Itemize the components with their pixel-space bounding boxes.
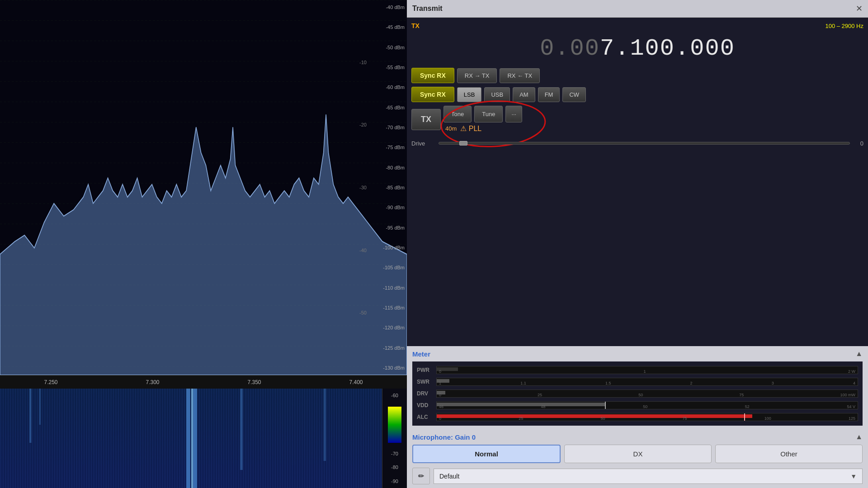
rs-label-2: -20 [359,122,382,127]
rs-label-3: -30 [359,185,382,190]
meter-title: Meter [412,350,430,358]
meter-row-drv: DRV 0 25 50 75 100 mW [417,389,858,398]
meter-row-alc: ALC 0 25 50 75 100 125 [417,413,858,421]
waterfall-svg [0,389,407,488]
mic-section: Microphone: Gain 0 ▲ Normal DX Other ✏ D… [407,429,868,488]
mic-header: Microphone: Gain 0 ▲ [412,433,863,441]
alc-scale-2: 50 [600,416,605,421]
spectrum-chart: -40 dBm -45 dBm -50 dBm -55 dBm -60 dBm … [0,0,407,375]
spectrum-svg [0,0,407,375]
drv-label: DRV [417,390,433,397]
dropdown-arrow-icon: ▼ [850,473,857,480]
mode-usb[interactable]: USB [484,87,510,102]
swr-scale-1: 1.1 [520,381,526,385]
scale-label-2: -70 [391,451,398,456]
freq-dim: 0.00 [540,35,600,62]
mode-fm[interactable]: FM [538,87,560,102]
drv-scale-2: 50 [638,393,643,397]
mic-buttons: Normal DX Other [412,445,863,463]
swr-scale-0: 1 [439,381,441,385]
vdd-scale-4: 54 V [847,404,855,409]
x-label-3: 7.350 [247,379,261,385]
swr-scale-5: 4 [853,381,855,385]
tx-button[interactable]: TX [411,109,441,130]
alc-label: ALC [417,414,433,420]
vdd-scale-1: 48 [541,404,546,409]
swr-bar: 1 1.1 1.5 2 3 4 [436,378,858,386]
drive-thumb[interactable] [459,141,467,145]
swr-scale-3: 2 [690,381,693,385]
preset-edit-button[interactable]: ✏ [412,468,430,484]
transmit-body: TX 100 – 2900 Hz 0.007.100.000 Sync RX R… [407,18,868,346]
tx-to-rx-button[interactable]: RX ← TX [500,68,540,83]
scale-label-3: -80 [391,465,398,470]
tone-button[interactable]: Tone [443,106,472,122]
mic-collapse-button[interactable]: ▲ [855,433,863,441]
band-info: 40m [445,125,457,132]
drive-slider-container[interactable] [439,139,850,148]
color-scale-bar [388,407,401,443]
rs-label-5: -50 [359,310,382,315]
mode-cw[interactable]: CW [562,87,586,102]
x-axis: 7.250 7.300 7.350 7.400 [0,375,407,389]
mode-lsb[interactable]: LSB [457,87,482,102]
meter-row-vdd: VDD 46 48 50 52 54 V [417,401,858,409]
right-side-labels: -10 -20 -30 -40 -50 [359,0,382,375]
tx-freq-range-row: TX 100 – 2900 Hz [411,22,863,29]
alc-scale-0: 0 [439,416,441,421]
meter-section: Meter ▲ PWR 0 1 2 W SWR [407,346,868,429]
drive-row: Drive 0 [411,139,863,148]
vdd-scale-0: 46 [439,404,443,409]
rs-label-4: -40 [359,248,382,253]
mode-am[interactable]: AM [513,87,535,102]
meter-row-swr: SWR 1 1.1 1.5 2 3 4 [417,378,858,386]
x-label-1: 7.250 [44,379,57,385]
alc-bar: 0 25 50 75 100 125 [436,413,858,421]
transmit-title: Transmit [412,5,443,13]
rx-to-tx-button[interactable]: RX → TX [457,68,497,83]
vdd-scale-3: 52 [745,404,750,409]
scale-label-1: -60 [391,393,398,398]
alc-scale-5: 125 [849,416,855,421]
meter-collapse-button[interactable]: ▲ [855,350,863,358]
sync-rx-button-2[interactable]: Sync RX [411,87,454,102]
mic-other-button[interactable]: Other [715,445,863,463]
pll-warning: ⚠ PLL [460,124,481,133]
meter-body: PWR 0 1 2 W SWR 1 1.1 [412,361,863,426]
drv-scale-1: 25 [538,393,542,397]
svg-rect-14 [0,389,407,488]
pwr-scale-0: 0 [439,369,441,374]
close-icon[interactable]: ✕ [856,4,863,14]
alc-scale-3: 75 [683,416,687,421]
alc-scale-1: 25 [519,416,523,421]
modes-row: Sync RX LSB USB AM FM CW [411,87,863,102]
tx-control-row: TX Tone Tune ··· 40m ⚠ PLL [411,106,863,133]
alc-scale-4: 100 [764,416,771,421]
swr-scale-2: 1.5 [605,381,611,385]
preset-dropdown[interactable]: Default ▼ [434,469,863,484]
mic-dx-button[interactable]: DX [564,445,712,463]
drv-scale-4: 100 mW [840,393,855,397]
spectrum-panel: -40 dBm -45 dBm -50 dBm -55 dBm -60 dBm … [0,0,407,488]
swr-label: SWR [417,379,433,385]
tune-button[interactable]: Tune [474,106,503,122]
sync-rx-button[interactable]: Sync RX [411,68,454,83]
scale-label-4: -90 [391,479,398,484]
pwr-scale-1: 1 [643,369,646,374]
mic-normal-button[interactable]: Normal [412,445,561,463]
vdd-label: VDD [417,402,433,408]
tx-label: TX [411,22,420,29]
x-label-4: 7.400 [349,379,363,385]
vdd-bar: 46 48 50 52 54 V [436,401,858,409]
swr-scale-4: 3 [772,381,774,385]
sync-rx-row: Sync RX RX → TX RX ← TX [411,68,863,83]
frequency-display: 0.007.100.000 [411,35,863,62]
right-panel: Transmit ✕ TX 100 – 2900 Hz 0.007.100.00… [407,0,868,488]
transmit-header: Transmit ✕ [407,0,868,18]
drv-scale-0: 0 [439,393,441,397]
vdd-scale-2: 50 [643,404,647,409]
pencil-icon: ✏ [418,472,424,480]
more-options-button[interactable]: ··· [505,106,522,122]
pwr-label: PWR [417,367,433,373]
meter-header: Meter ▲ [412,350,863,358]
